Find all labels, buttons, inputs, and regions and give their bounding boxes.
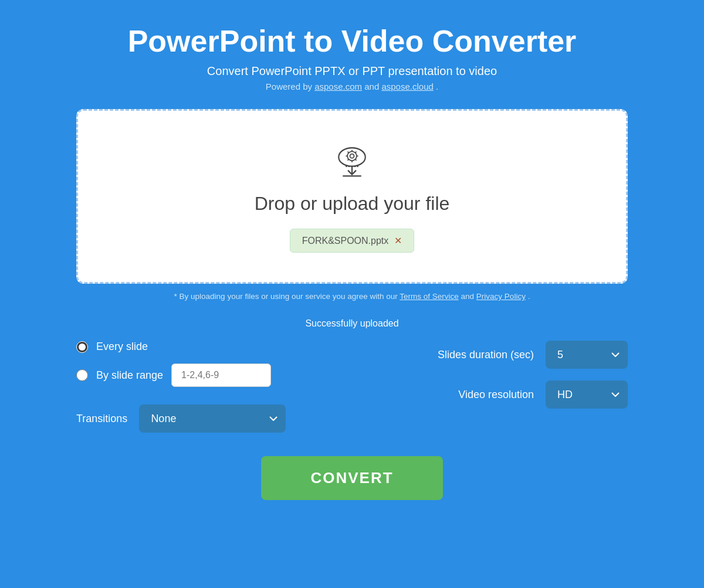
page-header: PowerPoint to Video Converter Convert Po…: [128, 23, 577, 91]
upload-icon: [331, 140, 373, 183]
page-subtitle: Convert PowerPoint PPTX or PPT presentat…: [128, 64, 577, 78]
svg-point-14: [348, 165, 350, 167]
svg-point-16: [357, 165, 358, 167]
every-slide-option[interactable]: Every slide: [76, 341, 286, 353]
file-name: FORK&SPOON.pptx: [302, 236, 389, 246]
right-options: Slides duration (sec) 1 2 3 4 5 6 7 8 9 …: [417, 341, 628, 409]
by-slide-range-radio[interactable]: [76, 369, 88, 381]
slides-duration-select[interactable]: 1 2 3 4 5 6 7 8 9 10: [546, 341, 628, 369]
upload-drop-text: Drop or upload your file: [255, 193, 450, 215]
convert-button[interactable]: CONVERT: [261, 456, 443, 500]
terms-text: * By uploading your files or using our s…: [174, 292, 530, 301]
by-slide-range-option[interactable]: By slide range: [76, 363, 286, 387]
video-resolution-row: Video resolution SD HD Full HD 4K: [417, 380, 628, 409]
aspose-com-link[interactable]: aspose.com: [314, 81, 362, 91]
powered-by: Powered by aspose.com and aspose.cloud .: [128, 81, 577, 91]
terms-of-service-link[interactable]: Terms of Service: [400, 292, 459, 301]
upload-status: Successfully uploaded: [305, 318, 398, 329]
remove-file-button[interactable]: ✕: [394, 235, 402, 246]
page-title: PowerPoint to Video Converter: [128, 23, 577, 59]
file-badge: FORK&SPOON.pptx ✕: [290, 229, 415, 253]
video-resolution-select[interactable]: SD HD Full HD 4K: [546, 380, 628, 409]
left-options: Every slide By slide range Transitions N…: [76, 341, 286, 433]
video-resolution-label: Video resolution: [417, 389, 534, 401]
slides-duration-label: Slides duration (sec): [417, 349, 534, 361]
svg-line-8: [356, 159, 357, 161]
svg-point-15: [354, 165, 356, 167]
every-slide-radio[interactable]: [76, 341, 88, 353]
main-content: Drop or upload your file FORK&SPOON.pptx…: [76, 109, 628, 500]
svg-point-2: [350, 154, 354, 158]
upload-dropzone[interactable]: Drop or upload your file FORK&SPOON.pptx…: [76, 109, 628, 284]
svg-line-7: [348, 152, 349, 153]
every-slide-label: Every slide: [96, 341, 148, 353]
slides-duration-row: Slides duration (sec) 1 2 3 4 5 6 7 8 9 …: [417, 341, 628, 369]
svg-line-10: [348, 159, 349, 161]
privacy-policy-link[interactable]: Privacy Policy: [476, 292, 526, 301]
svg-line-9: [356, 152, 357, 153]
svg-point-1: [347, 151, 357, 161]
aspose-cloud-link[interactable]: aspose.cloud: [381, 81, 433, 91]
slide-range-input[interactable]: [171, 363, 271, 387]
options-panel: Every slide By slide range Transitions N…: [76, 341, 628, 433]
transitions-row: Transitions None Fade Wipe Zoom Slide: [76, 405, 286, 433]
slide-selection-group: Every slide By slide range: [76, 341, 286, 387]
by-slide-range-label: By slide range: [96, 369, 163, 382]
transitions-select[interactable]: None Fade Wipe Zoom Slide: [139, 405, 286, 433]
transitions-label: Transitions: [76, 413, 127, 425]
svg-point-13: [346, 165, 347, 167]
